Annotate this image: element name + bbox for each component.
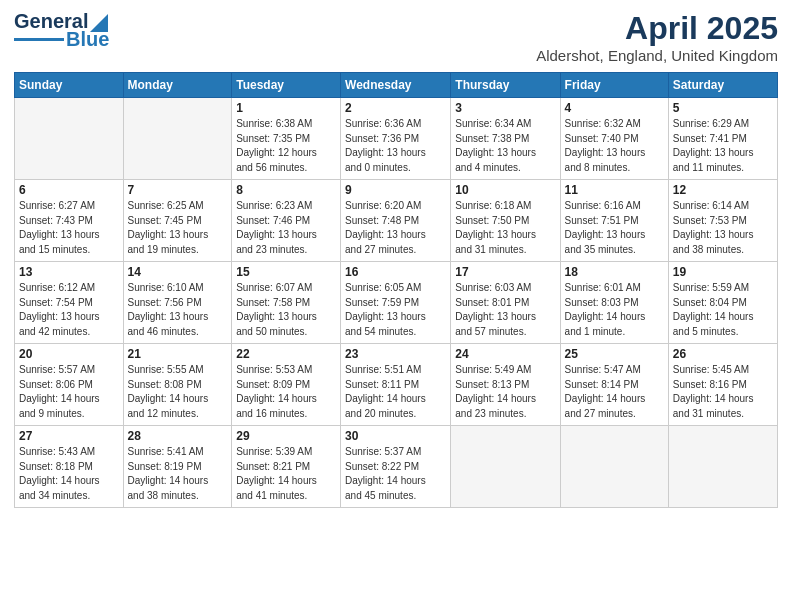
day-info: Sunrise: 6:12 AM Sunset: 7:54 PM Dayligh… xyxy=(19,281,119,339)
calendar-cell-w2-d5: 10Sunrise: 6:18 AM Sunset: 7:50 PM Dayli… xyxy=(451,180,560,262)
calendar-cell-w3-d6: 18Sunrise: 6:01 AM Sunset: 8:03 PM Dayli… xyxy=(560,262,668,344)
calendar-cell-w5-d7 xyxy=(668,426,777,508)
day-number: 1 xyxy=(236,101,336,115)
calendar-cell-w3-d1: 13Sunrise: 6:12 AM Sunset: 7:54 PM Dayli… xyxy=(15,262,124,344)
calendar-header-row: Sunday Monday Tuesday Wednesday Thursday… xyxy=(15,73,778,98)
day-number: 27 xyxy=(19,429,119,443)
day-info: Sunrise: 5:47 AM Sunset: 8:14 PM Dayligh… xyxy=(565,363,664,421)
day-number: 9 xyxy=(345,183,446,197)
calendar-cell-w1-d6: 4Sunrise: 6:32 AM Sunset: 7:40 PM Daylig… xyxy=(560,98,668,180)
day-info: Sunrise: 6:16 AM Sunset: 7:51 PM Dayligh… xyxy=(565,199,664,257)
col-thursday: Thursday xyxy=(451,73,560,98)
calendar-cell-w5-d4: 30Sunrise: 5:37 AM Sunset: 8:22 PM Dayli… xyxy=(341,426,451,508)
day-number: 6 xyxy=(19,183,119,197)
day-info: Sunrise: 6:01 AM Sunset: 8:03 PM Dayligh… xyxy=(565,281,664,339)
calendar-cell-w1-d4: 2Sunrise: 6:36 AM Sunset: 7:36 PM Daylig… xyxy=(341,98,451,180)
day-number: 8 xyxy=(236,183,336,197)
day-info: Sunrise: 5:37 AM Sunset: 8:22 PM Dayligh… xyxy=(345,445,446,503)
day-info: Sunrise: 5:41 AM Sunset: 8:19 PM Dayligh… xyxy=(128,445,228,503)
day-number: 13 xyxy=(19,265,119,279)
col-saturday: Saturday xyxy=(668,73,777,98)
calendar-cell-w3-d7: 19Sunrise: 5:59 AM Sunset: 8:04 PM Dayli… xyxy=(668,262,777,344)
day-number: 17 xyxy=(455,265,555,279)
calendar-cell-w3-d4: 16Sunrise: 6:05 AM Sunset: 7:59 PM Dayli… xyxy=(341,262,451,344)
day-info: Sunrise: 5:57 AM Sunset: 8:06 PM Dayligh… xyxy=(19,363,119,421)
calendar-cell-w4-d6: 25Sunrise: 5:47 AM Sunset: 8:14 PM Dayli… xyxy=(560,344,668,426)
day-info: Sunrise: 6:14 AM Sunset: 7:53 PM Dayligh… xyxy=(673,199,773,257)
day-info: Sunrise: 5:43 AM Sunset: 8:18 PM Dayligh… xyxy=(19,445,119,503)
col-friday: Friday xyxy=(560,73,668,98)
calendar-cell-w1-d1 xyxy=(15,98,124,180)
day-info: Sunrise: 5:53 AM Sunset: 8:09 PM Dayligh… xyxy=(236,363,336,421)
day-info: Sunrise: 6:20 AM Sunset: 7:48 PM Dayligh… xyxy=(345,199,446,257)
col-monday: Monday xyxy=(123,73,232,98)
day-info: Sunrise: 6:03 AM Sunset: 8:01 PM Dayligh… xyxy=(455,281,555,339)
calendar-cell-w4-d4: 23Sunrise: 5:51 AM Sunset: 8:11 PM Dayli… xyxy=(341,344,451,426)
day-number: 30 xyxy=(345,429,446,443)
calendar-subtitle: Aldershot, England, United Kingdom xyxy=(536,47,778,64)
calendar-title: April 2025 xyxy=(536,10,778,47)
week-row-5: 27Sunrise: 5:43 AM Sunset: 8:18 PM Dayli… xyxy=(15,426,778,508)
calendar-cell-w3-d5: 17Sunrise: 6:03 AM Sunset: 8:01 PM Dayli… xyxy=(451,262,560,344)
day-info: Sunrise: 6:07 AM Sunset: 7:58 PM Dayligh… xyxy=(236,281,336,339)
calendar-cell-w3-d3: 15Sunrise: 6:07 AM Sunset: 7:58 PM Dayli… xyxy=(232,262,341,344)
day-info: Sunrise: 5:49 AM Sunset: 8:13 PM Dayligh… xyxy=(455,363,555,421)
week-row-3: 13Sunrise: 6:12 AM Sunset: 7:54 PM Dayli… xyxy=(15,262,778,344)
day-number: 26 xyxy=(673,347,773,361)
calendar-cell-w4-d5: 24Sunrise: 5:49 AM Sunset: 8:13 PM Dayli… xyxy=(451,344,560,426)
calendar-cell-w4-d2: 21Sunrise: 5:55 AM Sunset: 8:08 PM Dayli… xyxy=(123,344,232,426)
day-number: 29 xyxy=(236,429,336,443)
calendar-cell-w4-d1: 20Sunrise: 5:57 AM Sunset: 8:06 PM Dayli… xyxy=(15,344,124,426)
day-number: 14 xyxy=(128,265,228,279)
col-sunday: Sunday xyxy=(15,73,124,98)
calendar-cell-w2-d2: 7Sunrise: 6:25 AM Sunset: 7:45 PM Daylig… xyxy=(123,180,232,262)
day-number: 10 xyxy=(455,183,555,197)
day-number: 3 xyxy=(455,101,555,115)
day-info: Sunrise: 6:38 AM Sunset: 7:35 PM Dayligh… xyxy=(236,117,336,175)
day-number: 16 xyxy=(345,265,446,279)
day-number: 19 xyxy=(673,265,773,279)
calendar-cell-w5-d2: 28Sunrise: 5:41 AM Sunset: 8:19 PM Dayli… xyxy=(123,426,232,508)
header: General Blue April 2025 Aldershot, Engla… xyxy=(14,10,778,64)
day-info: Sunrise: 6:05 AM Sunset: 7:59 PM Dayligh… xyxy=(345,281,446,339)
day-number: 25 xyxy=(565,347,664,361)
day-info: Sunrise: 6:36 AM Sunset: 7:36 PM Dayligh… xyxy=(345,117,446,175)
day-info: Sunrise: 6:32 AM Sunset: 7:40 PM Dayligh… xyxy=(565,117,664,175)
day-number: 2 xyxy=(345,101,446,115)
day-info: Sunrise: 6:18 AM Sunset: 7:50 PM Dayligh… xyxy=(455,199,555,257)
day-number: 5 xyxy=(673,101,773,115)
week-row-2: 6Sunrise: 6:27 AM Sunset: 7:43 PM Daylig… xyxy=(15,180,778,262)
day-number: 15 xyxy=(236,265,336,279)
calendar-cell-w2-d3: 8Sunrise: 6:23 AM Sunset: 7:46 PM Daylig… xyxy=(232,180,341,262)
day-number: 11 xyxy=(565,183,664,197)
calendar-cell-w5-d1: 27Sunrise: 5:43 AM Sunset: 8:18 PM Dayli… xyxy=(15,426,124,508)
week-row-4: 20Sunrise: 5:57 AM Sunset: 8:06 PM Dayli… xyxy=(15,344,778,426)
day-info: Sunrise: 6:27 AM Sunset: 7:43 PM Dayligh… xyxy=(19,199,119,257)
day-info: Sunrise: 6:23 AM Sunset: 7:46 PM Dayligh… xyxy=(236,199,336,257)
logo: General Blue xyxy=(14,10,109,51)
calendar-cell-w1-d7: 5Sunrise: 6:29 AM Sunset: 7:41 PM Daylig… xyxy=(668,98,777,180)
calendar-cell-w2-d1: 6Sunrise: 6:27 AM Sunset: 7:43 PM Daylig… xyxy=(15,180,124,262)
calendar-cell-w4-d3: 22Sunrise: 5:53 AM Sunset: 8:09 PM Dayli… xyxy=(232,344,341,426)
day-number: 7 xyxy=(128,183,228,197)
day-number: 4 xyxy=(565,101,664,115)
calendar-cell-w1-d5: 3Sunrise: 6:34 AM Sunset: 7:38 PM Daylig… xyxy=(451,98,560,180)
svg-rect-1 xyxy=(14,38,64,41)
day-info: Sunrise: 5:59 AM Sunset: 8:04 PM Dayligh… xyxy=(673,281,773,339)
col-tuesday: Tuesday xyxy=(232,73,341,98)
logo-line-icon xyxy=(14,38,64,42)
calendar-cell-w5-d3: 29Sunrise: 5:39 AM Sunset: 8:21 PM Dayli… xyxy=(232,426,341,508)
day-number: 23 xyxy=(345,347,446,361)
logo-blue: Blue xyxy=(66,28,109,51)
page: General Blue April 2025 Aldershot, Engla… xyxy=(0,0,792,612)
day-info: Sunrise: 6:29 AM Sunset: 7:41 PM Dayligh… xyxy=(673,117,773,175)
day-info: Sunrise: 5:39 AM Sunset: 8:21 PM Dayligh… xyxy=(236,445,336,503)
day-number: 12 xyxy=(673,183,773,197)
day-info: Sunrise: 6:25 AM Sunset: 7:45 PM Dayligh… xyxy=(128,199,228,257)
col-wednesday: Wednesday xyxy=(341,73,451,98)
day-number: 24 xyxy=(455,347,555,361)
week-row-1: 1Sunrise: 6:38 AM Sunset: 7:35 PM Daylig… xyxy=(15,98,778,180)
day-info: Sunrise: 5:55 AM Sunset: 8:08 PM Dayligh… xyxy=(128,363,228,421)
calendar-cell-w2-d7: 12Sunrise: 6:14 AM Sunset: 7:53 PM Dayli… xyxy=(668,180,777,262)
day-number: 22 xyxy=(236,347,336,361)
